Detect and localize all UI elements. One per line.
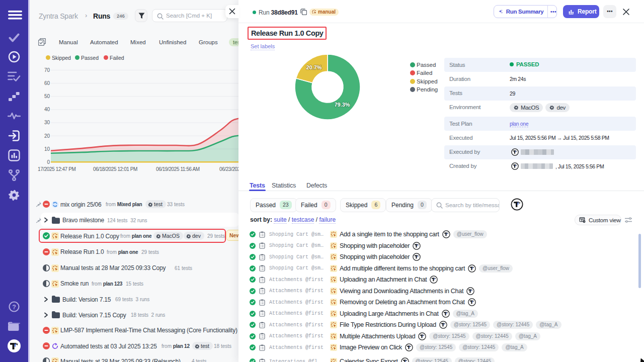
- svg-text:?: ?: [12, 304, 16, 311]
- svg-text:79.3%: 79.3%: [334, 102, 350, 108]
- svg-text:20.7%: 20.7%: [306, 64, 321, 70]
